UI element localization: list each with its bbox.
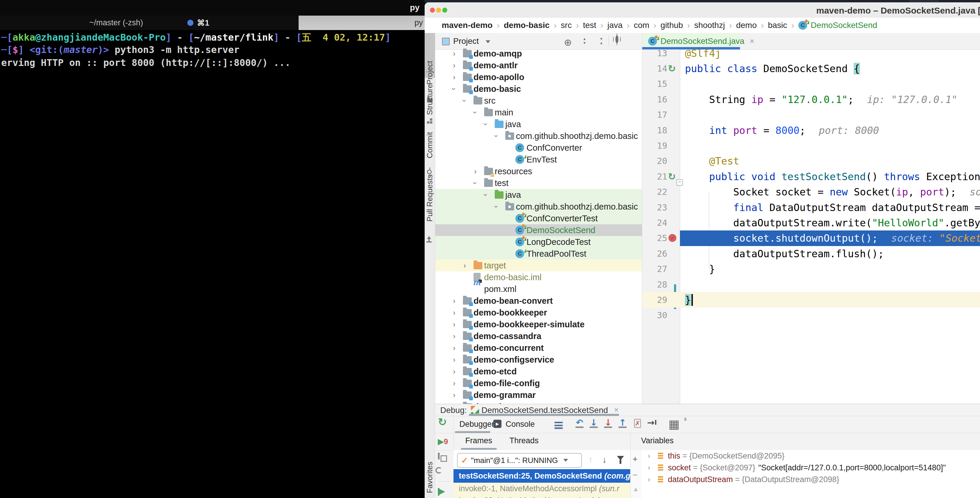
line-number[interactable]: 24 [642,218,667,228]
line-number[interactable]: 29 [642,295,667,305]
code-line[interactable]: 30 [642,308,980,323]
gutter-cell[interactable] [667,138,680,153]
code-line[interactable]: 15 [642,76,980,92]
code-text[interactable] [680,76,980,92]
line-number[interactable]: 21 [642,171,667,182]
tree-item[interactable]: demo-basic.iml [435,271,642,283]
breadcrumb-item[interactable]: basic [768,21,787,30]
close-tab-icon[interactable]: × [750,36,754,46]
gutter-cell[interactable] [667,122,680,138]
line-number[interactable]: 27 [642,264,667,274]
breadcrumb-item[interactable]: src [561,21,571,30]
chevron-down-icon[interactable] [485,40,490,43]
chevron-expanded-icon[interactable]: › [493,135,500,138]
add-watch-icon[interactable]: + [633,454,638,464]
gutter-cell[interactable] [667,76,680,92]
variable-row[interactable]: ›this = {DemoSocketSend@2095} [642,450,980,462]
code-text[interactable]: } [680,262,980,277]
line-number[interactable]: 26 [642,249,667,259]
code-text[interactable]: socket.shutdownOutput();socket: "Socket[ [680,230,980,246]
line-number[interactable]: 19 [642,141,667,151]
code-line[interactable]: 18int port = 8000;port: 8000 [642,122,980,138]
tree-item[interactable]: ›demo-apollo [435,71,642,83]
code-text[interactable]: dataOutputStream.flush(); [680,246,980,262]
tree-item[interactable]: ›src [435,95,642,106]
code-text[interactable] [680,138,980,153]
tree-item[interactable]: ›resources [435,165,642,177]
code-text[interactable]: Socket socket = new Socket(ip, port);soc [680,184,980,200]
execution-point-icon[interactable]: ▶ [438,487,445,496]
sidebar-item-project[interactable]: Project [425,61,434,85]
code-line[interactable]: 24dataOutputStream.write("HelloWorld".ge… [642,215,980,230]
chevron-expanded-icon[interactable]: › [482,193,490,196]
code-line[interactable]: 26dataOutputStream.flush(); [642,246,980,262]
sidebar-item-commit[interactable]: Commit [425,132,434,159]
code-line[interactable]: 13@Slf4j [642,45,980,61]
line-number[interactable]: 23 [642,203,667,213]
chevron-collapsed-icon[interactable]: › [453,320,455,328]
tree-item[interactable]: CConfConverterTest [435,213,642,224]
breadcrumb-item[interactable]: DemoSocketSend [811,21,877,30]
chevron-collapsed-icon[interactable]: › [453,356,455,363]
tree-item[interactable]: mpom.xml [435,283,642,295]
filter-frames-icon[interactable] [617,456,624,460]
code-text[interactable]: String ip = "127.0.0.1";ip: "127.0.0.1" [680,92,980,107]
chevron-collapsed-icon[interactable]: › [453,368,455,375]
line-number[interactable]: 28 [642,280,667,290]
collapse-all-icon[interactable]: ▼▲ [598,37,605,44]
ide-titlebar[interactable]: maven-demo – DemoSocketSend.java [dem [425,2,980,18]
frame-row[interactable]: invoke0:-1, NativeMethodAccessorImpl (su… [453,483,630,495]
tree-item[interactable]: ›demo-cassandra [435,330,642,342]
line-number[interactable]: 15 [642,79,667,89]
variable-row[interactable]: ›dataOutputStream = {DataOutputStream@20… [642,474,980,485]
chevron-collapsed-icon[interactable]: › [453,332,455,340]
tab-debugger[interactable]: Debugger [460,420,495,429]
tree-item[interactable]: CDemoSocketSend [435,224,642,236]
breadcrumb-item[interactable]: com [634,21,649,30]
gutter-cell[interactable]: ↻ [667,60,680,76]
tree-item[interactable]: CLongDecodeTest [435,236,642,248]
thread-selector-dropdown[interactable]: ✓ "main"@1 i...": RUNNING [457,453,582,468]
fold-marker-icon[interactable]: − [676,179,683,186]
gutter-cell[interactable] [667,200,680,215]
tree-item[interactable]: ›demo-etcd [435,366,642,377]
tree-item[interactable]: ›test [435,177,642,189]
terminal-output[interactable]: ─[akka@zhangjiandeMacBook-Pro] - [~/mast… [1,31,427,70]
move-watch-up-icon[interactable]: ▲ [633,485,639,493]
breadcrumb-item[interactable]: github [660,21,683,30]
sidebar-item-structure[interactable]: Structure [425,84,434,115]
show-execution-point-icon[interactable]: ↶ [574,417,585,428]
line-number[interactable]: 30 [642,310,667,320]
gutter-cell[interactable] [667,107,680,123]
code-text[interactable] [680,277,980,292]
step-over-icon[interactable]: ↓ [588,417,600,428]
tree-item[interactable]: ›demo-antlr [435,59,642,71]
tree-item[interactable]: CThreadPoolTest [435,248,642,260]
chevron-collapsed-icon[interactable]: › [453,297,455,305]
zoom-window-button[interactable] [442,8,447,13]
expand-all-icon[interactable]: ▲▼ [581,37,589,44]
tab-frames[interactable]: Frames [465,436,492,445]
tree-item[interactable]: ›demo-http [435,401,642,404]
tree-item[interactable]: ›demo-bean-convert [435,295,642,307]
gutter-cell[interactable] [667,246,680,262]
chevron-collapsed-icon[interactable]: › [453,391,455,399]
gutter-cell[interactable] [667,292,680,308]
line-number[interactable]: 13 [642,48,667,58]
tree-item[interactable]: ›demo-configservice [435,354,642,366]
tree-item[interactable]: ›target [435,260,642,271]
tree-item[interactable]: CConfConverter [435,142,642,154]
chevron-collapsed-icon[interactable]: › [648,475,658,484]
code-line[interactable]: 21↻−public void testSocketSend() throws … [642,169,980,184]
locate-icon[interactable] [564,37,572,48]
resume-program-icon[interactable]: ▶9 [438,437,448,446]
tree-item[interactable]: ›com.github.shoothzj.demo.basic [435,201,642,213]
code-text[interactable]: int port = 8000;port: 8000 [680,122,980,138]
chevron-collapsed-icon[interactable]: › [648,452,658,460]
tree-item[interactable]: ›demo-basic [435,83,642,95]
chevron-collapsed-icon[interactable]: › [453,379,455,387]
code-text[interactable]: @Slf4j [680,45,980,61]
line-number[interactable]: 20 [642,156,667,166]
code-line[interactable]: 29} [642,292,980,308]
run-to-cursor-icon[interactable]: →I [646,417,658,428]
